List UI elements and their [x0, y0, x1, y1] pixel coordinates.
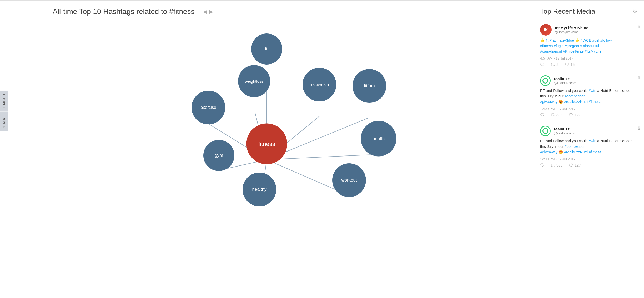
user-handle-3: @realbuzzcom [554, 131, 577, 135]
like-count-1: 15 [571, 62, 575, 67]
node-workout[interactable]: workout [332, 163, 366, 197]
node-gym[interactable]: gym [203, 140, 234, 171]
user-info-3: realbuzz @realbuzzcom [554, 127, 577, 135]
right-panel-title: Top Recent Media [540, 7, 595, 16]
avatar-3 [540, 126, 551, 136]
info-icon-2[interactable]: ℹ [638, 75, 640, 80]
user-name-3: realbuzz [554, 127, 577, 131]
right-header: Top Recent Media ⚙ [534, 1, 644, 20]
node-healthy[interactable]: healthy [243, 173, 276, 206]
reply-action-2[interactable] [540, 113, 544, 117]
info-icon-1[interactable]: ℹ [638, 24, 640, 29]
reply-action-3[interactable] [540, 163, 544, 167]
like-count-2: 127 [575, 113, 581, 117]
prev-arrow[interactable]: ◀ [203, 8, 207, 15]
node-weightloss[interactable]: weightloss [238, 65, 270, 97]
tweet-card-3: realbuzz @realbuzzcom ℹ RT and Follow an… [534, 121, 644, 172]
user-name-2: realbuzz [554, 76, 577, 81]
like-action-3[interactable]: 127 [569, 163, 581, 167]
node-fitness[interactable]: fitness [246, 124, 287, 164]
user-info-2: realbuzz @realbuzzcom [554, 76, 577, 85]
node-fitfam[interactable]: fitfam [353, 69, 386, 103]
tweet-time-3: 12:00 PM - 17 Jul 2017 [540, 157, 638, 161]
nav-arrows: ◀ ▶ [203, 8, 213, 15]
next-arrow[interactable]: ▶ [209, 8, 213, 15]
node-motivation[interactable]: motivation [303, 68, 336, 101]
side-buttons: EMBED SHARE [0, 91, 8, 132]
user-handle-2: @realbuzzcom [554, 81, 577, 85]
avatar-1: IK [540, 24, 552, 36]
retweet-count-1: 2 [556, 62, 559, 67]
tweet-time-1: 4:54 AM - 17 Jul 2017 [540, 56, 638, 60]
node-health[interactable]: health [361, 121, 396, 157]
retweet-action-3[interactable]: 398 [551, 163, 562, 167]
like-action-1[interactable]: 15 [565, 62, 575, 67]
node-exercise[interactable]: exercise [192, 91, 225, 124]
tweet-card-2: realbuzz @realbuzzcom ℹ RT and Follow an… [534, 71, 644, 121]
retweet-count-3: 398 [556, 163, 562, 167]
gear-icon[interactable]: ⚙ [632, 8, 638, 15]
avatar-2 [540, 75, 551, 86]
embed-button[interactable]: EMBED [0, 91, 8, 111]
tweet-header-2: realbuzz @realbuzzcom ℹ [540, 75, 638, 86]
tweet-text-3: RT and Follow and you could #win a Nutri… [540, 138, 638, 155]
tweet-actions-2: 398 127 [540, 113, 638, 117]
tweet-link[interactable]: @PlaymateKhloe [546, 38, 574, 42]
tweet-card-1: IK It'sMyLife ♥ Khloë @itsmylifekhloe ℹ … [534, 20, 644, 71]
info-icon-3[interactable]: ℹ [638, 126, 640, 131]
retweet-count-2: 398 [556, 113, 562, 117]
tweet-time-2: 12:00 PM - 17 Jul 2017 [540, 107, 638, 111]
main-container: All-time Top 10 Hashtags related to #fit… [0, 1, 644, 298]
tweet-header-1: IK It'sMyLife ♥ Khloë @itsmylifekhloe ℹ [540, 24, 638, 36]
network-graph: fitness fit motivation fitfam health wor… [140, 15, 393, 268]
like-action-2[interactable]: 127 [569, 113, 581, 117]
user-handle-1: @itsmylifekhloe [555, 30, 588, 34]
tweet-text-2: RT and Follow and you could #win a Nutri… [540, 88, 638, 105]
retweet-action-1[interactable]: 2 [551, 62, 559, 67]
share-button[interactable]: SHARE [0, 112, 8, 131]
user-info-1: It'sMyLife ♥ Khloë @itsmylifekhloe [555, 26, 588, 34]
user-name-1: It'sMyLife ♥ Khloë [555, 26, 588, 30]
right-panel: Top Recent Media ⚙ IK It'sMyLife ♥ Khloë… [534, 1, 644, 298]
tweet-actions-3: 398 127 [540, 163, 638, 167]
left-panel: All-time Top 10 Hashtags related to #fit… [0, 1, 534, 298]
node-fit[interactable]: fit [251, 33, 282, 65]
like-count-3: 127 [575, 163, 581, 167]
tweet-text-1: ⭐ @PlaymateKhloe ⭐ #WCE #girl #follow #f… [540, 38, 638, 54]
retweet-action-2[interactable]: 398 [551, 113, 562, 117]
tweet-header-3: realbuzz @realbuzzcom ℹ [540, 126, 638, 136]
reply-action-1[interactable] [540, 62, 544, 67]
tweet-actions-1: 2 15 [540, 62, 638, 67]
